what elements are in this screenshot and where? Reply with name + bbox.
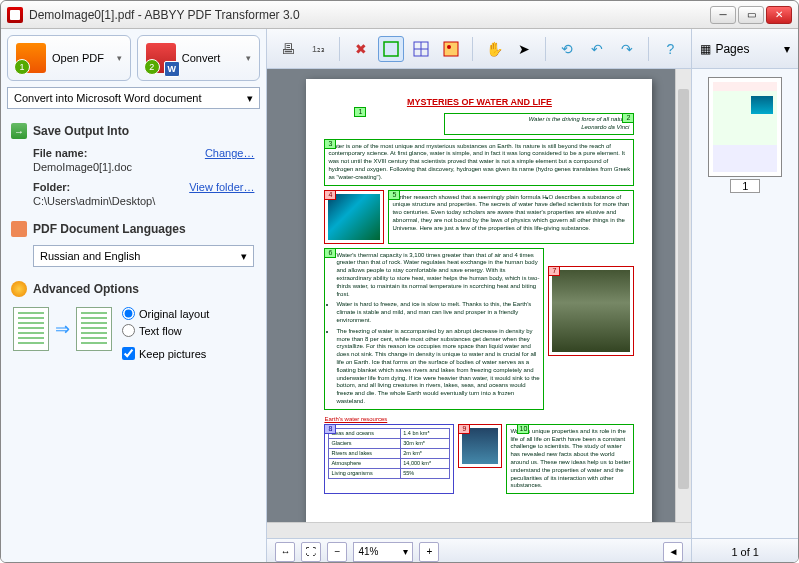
app-icon (7, 7, 23, 23)
document-view[interactable]: 1 MYSTERIES OF WATER AND LIFE 2 Water is… (267, 69, 691, 522)
pages-icon: ▦ (700, 42, 711, 56)
original-layout-radio[interactable]: Original layout (122, 307, 209, 320)
arrow-right-icon: ⇒ (55, 318, 70, 340)
redo-icon[interactable]: ↷ (614, 36, 640, 62)
convert-button[interactable]: W Convert ▾ (137, 35, 261, 81)
filename-value: DemoImage0[1].doc (33, 161, 254, 173)
window-title: DemoImage0[1].pdf - ABBYY PDF Transforme… (29, 8, 710, 22)
center-panel: 🖶 1₂₃ ✖ ✋ ➤ ⟲ ↶ ↷ ? 1 MYSTERIES OF WATER… (267, 29, 691, 563)
close-button[interactable]: ✕ (766, 6, 792, 24)
help-icon[interactable]: ? (657, 36, 683, 62)
language-value: Russian and English (40, 250, 140, 262)
pages-header: ▦ Pages ▾ (692, 29, 798, 69)
open-pdf-label: Open PDF (52, 52, 104, 64)
minimize-button[interactable]: ─ (710, 6, 736, 24)
layout-preview: ⇒ (13, 307, 112, 351)
hand-icon[interactable]: ✋ (481, 36, 507, 62)
fit-width-icon[interactable]: ↔ (275, 542, 295, 562)
page-number-input[interactable] (730, 179, 760, 193)
zoom-out-icon[interactable]: − (327, 542, 347, 562)
table-region-8: 8 Seas and oceans1.4 bn km³Glaciers30m k… (324, 424, 454, 494)
keep-pictures-checkbox[interactable]: Keep pictures (122, 347, 209, 360)
zoom-combo[interactable]: 41%▾ (353, 542, 413, 562)
page-thumbnail[interactable] (708, 77, 782, 177)
change-link[interactable]: Change… (205, 147, 255, 159)
doc-title: MYSTERIES OF WATER AND LIFE (324, 97, 634, 107)
filename-label: File name: (33, 147, 87, 159)
folder-label: Folder: (33, 181, 70, 193)
text-region-6: 6 Water's thermal capacity is 3,100 time… (324, 248, 544, 410)
table-caption: Earth's water resources (324, 416, 634, 422)
convert-label: Convert (182, 52, 221, 64)
svg-point-5 (447, 45, 451, 49)
page-counter: 1 of 1 (692, 538, 798, 563)
page-content: 1 MYSTERIES OF WATER AND LIFE 2 Water is… (306, 79, 652, 522)
pointer-icon[interactable]: ➤ (511, 36, 537, 62)
convert-target-value: Convert into Microsoft Word document (14, 92, 201, 104)
numbering-icon[interactable]: 1₂₃ (305, 36, 331, 62)
image-region-4: 4 (324, 190, 384, 244)
prev-page-icon[interactable]: ◄ (663, 542, 683, 562)
thumb-before-icon (13, 307, 49, 351)
svg-rect-4 (444, 42, 458, 56)
chevron-down-icon[interactable]: ▾ (784, 42, 790, 56)
image-region-7: 7 (548, 266, 634, 356)
view-folder-link[interactable]: View folder… (189, 181, 254, 193)
save-icon (11, 123, 27, 139)
table-area-icon[interactable] (408, 36, 434, 62)
text-flow-radio[interactable]: Text flow (122, 324, 209, 337)
advanced-header: Advanced Options (1, 275, 266, 301)
languages-header: PDF Document Languages (1, 215, 266, 241)
gear-icon (11, 281, 27, 297)
chevron-down-icon: ▾ (241, 250, 247, 263)
toolbar: 🖶 1₂₃ ✖ ✋ ➤ ⟲ ↶ ↷ ? (267, 29, 691, 69)
zoom-in-icon[interactable]: + (419, 542, 439, 562)
book-icon (11, 221, 27, 237)
vertical-scrollbar[interactable] (675, 69, 691, 522)
text-region-5: 5 Further research showed that a seeming… (388, 190, 634, 244)
chevron-down-icon: ▾ (246, 53, 251, 63)
language-combo[interactable]: Russian and English ▾ (33, 245, 254, 267)
text-region-10: 10 Water's unique properties and its rol… (506, 424, 634, 494)
fit-page-icon[interactable]: ⛶ (301, 542, 321, 562)
folder-value: C:\Users\admin\Desktop\ (33, 195, 254, 207)
rotate-icon[interactable]: ⟲ (554, 36, 580, 62)
statusbar: ↔ ⛶ − 41%▾ + ◄ (267, 538, 691, 563)
undo-icon[interactable]: ↶ (584, 36, 610, 62)
chevron-down-icon: ▾ (403, 546, 408, 557)
pdf-icon (16, 43, 46, 73)
convert-target-combo[interactable]: Convert into Microsoft Word document ▾ (7, 87, 260, 109)
save-output-header: Save Output Into (1, 117, 266, 143)
chevron-down-icon: ▾ (117, 53, 122, 63)
picture-area-icon[interactable] (438, 36, 464, 62)
thumb-after-icon (76, 307, 112, 351)
convert-icon: W (146, 43, 176, 73)
text-region-3: 3 Water is one of the most unique and my… (324, 139, 634, 186)
open-pdf-button[interactable]: Open PDF ▾ (7, 35, 131, 81)
titlebar: DemoImage0[1].pdf - ABBYY PDF Transforme… (1, 1, 798, 29)
text-area-icon[interactable] (378, 36, 404, 62)
delete-area-icon[interactable]: ✖ (348, 36, 374, 62)
print-icon[interactable]: 🖶 (275, 36, 301, 62)
chevron-down-icon: ▾ (247, 92, 253, 105)
left-panel: Open PDF ▾ W Convert ▾ Convert into Micr… (1, 29, 267, 563)
horizontal-scrollbar[interactable] (267, 522, 691, 538)
pages-panel: ▦ Pages ▾ 1 of 1 (691, 29, 798, 563)
svg-rect-0 (384, 42, 398, 56)
image-region-9: 9 (458, 424, 502, 468)
maximize-button[interactable]: ▭ (738, 6, 764, 24)
